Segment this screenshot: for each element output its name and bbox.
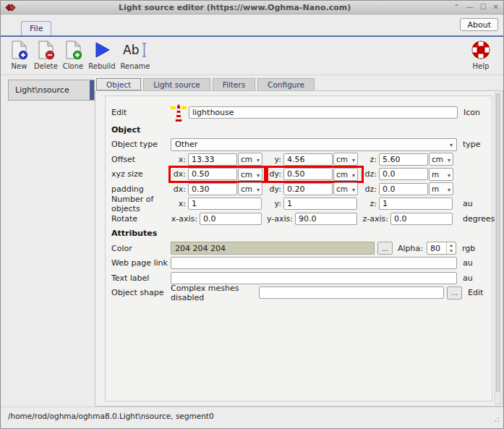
degrees-right-label: degrees xyxy=(463,214,495,224)
delete-button[interactable]: Delete xyxy=(34,39,58,70)
tab-object[interactable]: Object xyxy=(96,78,141,90)
xyz-dz-unit-select[interactable]: m xyxy=(429,168,453,181)
num-x-input[interactable] xyxy=(188,197,262,210)
play-triangle-icon xyxy=(93,39,111,61)
help-button[interactable]: Help xyxy=(471,39,491,70)
text-label-input[interactable] xyxy=(171,272,457,284)
edit-name-input[interactable] xyxy=(189,106,458,119)
padding-dz-input[interactable] xyxy=(379,183,428,195)
web-page-link-label: Web page link xyxy=(111,258,171,268)
xyz-size-dz-group: dz: m xyxy=(362,168,457,181)
offset-y-input[interactable] xyxy=(283,153,333,166)
maximize-icon[interactable]: ☐ xyxy=(480,4,487,11)
status-path-text: /home/rod/oghma/oghma8.0.Light\nsource, … xyxy=(8,412,214,420)
spin-down-icon[interactable] xyxy=(447,248,456,254)
xyz-dx-unit-value: cm xyxy=(241,170,252,179)
offset-x-unit-select[interactable]: cm xyxy=(238,153,262,166)
object-shape-input[interactable] xyxy=(259,286,444,299)
tab-file[interactable]: File xyxy=(21,21,51,35)
tab-bar: Object Light source Filters Configure xyxy=(96,78,503,90)
padding-dy-prefix: dy: xyxy=(266,184,283,194)
offset-y-group: y: cm xyxy=(266,153,362,166)
padding-dz-group: dz: m xyxy=(362,182,457,195)
chevron-down-icon xyxy=(352,170,355,179)
padding-label: padding xyxy=(111,184,171,194)
vertical-scrollbar[interactable] xyxy=(495,93,501,404)
xyz-size-row: xyz size dx: cm dy: cm xyxy=(111,167,492,182)
delete-document-icon xyxy=(36,39,56,61)
xyz-dx-input[interactable] xyxy=(188,168,237,180)
padding-dx-input[interactable] xyxy=(188,183,237,195)
clone-button[interactable]: Clone xyxy=(63,39,83,70)
xyz-dx-unit-select[interactable]: cm xyxy=(238,168,262,181)
au-right-label: au xyxy=(463,199,473,208)
rotate-y-input[interactable] xyxy=(295,213,357,225)
scrollbar-thumb[interactable] xyxy=(496,94,500,392)
chevron-down-icon xyxy=(448,184,450,193)
object-type-select[interactable]: Other xyxy=(171,138,457,151)
edit-label: Edit xyxy=(111,108,171,117)
text-label-row: Text label au xyxy=(111,271,492,286)
rotate-x-input[interactable] xyxy=(200,213,262,225)
object-shape-more-button[interactable]: ... xyxy=(447,286,462,300)
offset-z-unit-select[interactable]: cm xyxy=(429,153,453,166)
rename-label: Rename xyxy=(120,62,150,70)
num-y-input[interactable] xyxy=(283,197,357,210)
num-x-group: x: xyxy=(171,197,266,210)
padding-dy-unit-value: cm xyxy=(336,184,348,193)
resize-grip-icon[interactable] xyxy=(494,415,501,422)
offset-z-input[interactable] xyxy=(379,153,428,166)
padding-dz-prefix: dz: xyxy=(362,184,379,194)
rebuild-button[interactable]: Rebuild xyxy=(88,39,115,70)
chevron-down-icon xyxy=(352,155,355,163)
rotate-y-group: y-axis: xyxy=(266,213,362,225)
offset-x-input[interactable] xyxy=(188,153,237,166)
color-row: Color 204 204 204 ... Alpha: 80 xyxy=(111,241,492,256)
xyz-dy-unit-select[interactable]: cm xyxy=(333,168,358,181)
alpha-label: Alpha: xyxy=(398,244,423,253)
padding-dy-unit-select[interactable]: cm xyxy=(333,182,358,195)
new-button[interactable]: New xyxy=(9,39,29,70)
sidebar-item-light-source[interactable]: Light\nsource xyxy=(8,80,95,101)
rotate-z-input[interactable] xyxy=(390,213,453,225)
padding-dy-input[interactable] xyxy=(283,183,333,195)
minimize-icon[interactable]: — xyxy=(466,4,474,11)
xyz-dy-input[interactable] xyxy=(283,168,333,180)
shade-icon[interactable]: ⌃ xyxy=(453,4,459,11)
web-page-link-row: Web page link au xyxy=(111,256,492,271)
tab-configure[interactable]: Configure xyxy=(257,78,315,90)
menu-row: File About xyxy=(1,14,503,37)
padding-dx-prefix: dx: xyxy=(171,184,188,194)
num-z-prefix: z: xyxy=(362,199,379,208)
xyz-dz-unit-value: m xyxy=(432,170,439,179)
tab-light-source[interactable]: Light source xyxy=(143,78,210,90)
spin-up-icon[interactable] xyxy=(447,242,456,248)
padding-dx-unit-select[interactable]: cm xyxy=(238,182,262,195)
color-swatch-button[interactable]: 204 204 204 xyxy=(171,242,375,255)
padding-dz-unit-select[interactable]: m xyxy=(429,182,453,195)
color-more-button[interactable]: ... xyxy=(377,242,393,255)
rotate-row: Rotate x-axis: y-axis: z-axis: xyxy=(111,211,492,226)
object-type-label: Object type xyxy=(111,140,171,149)
delete-label: Delete xyxy=(34,62,58,70)
web-page-link-input[interactable] xyxy=(171,257,457,269)
xyz-dz-prefix: dz: xyxy=(362,169,379,179)
offset-z-prefix: z: xyxy=(362,155,379,164)
complex-meshes-text: Complex meshes disabled xyxy=(171,284,259,302)
close-icon[interactable]: ✕ xyxy=(493,4,499,11)
rotate-z-group: z-axis: xyxy=(362,213,457,225)
tab-filters[interactable]: Filters xyxy=(213,78,255,90)
num-z-input[interactable] xyxy=(379,197,453,210)
xyz-dz-input[interactable] xyxy=(379,168,428,180)
object-shape-row: Object shape Complex meshes disabled ...… xyxy=(111,286,492,301)
alpha-spinner[interactable]: 80 xyxy=(427,242,456,255)
rotate-label: Rotate xyxy=(111,214,171,224)
offset-x-prefix: x: xyxy=(171,155,188,164)
offset-y-unit-select[interactable]: cm xyxy=(333,153,358,166)
offset-z-group: z: cm xyxy=(362,153,457,166)
chevron-down-icon xyxy=(257,155,260,163)
rename-button[interactable]: Ab Rename xyxy=(120,39,150,70)
chevron-down-icon xyxy=(257,184,260,193)
offset-y-unit-value: cm xyxy=(336,155,348,163)
about-button[interactable]: About xyxy=(460,18,498,31)
